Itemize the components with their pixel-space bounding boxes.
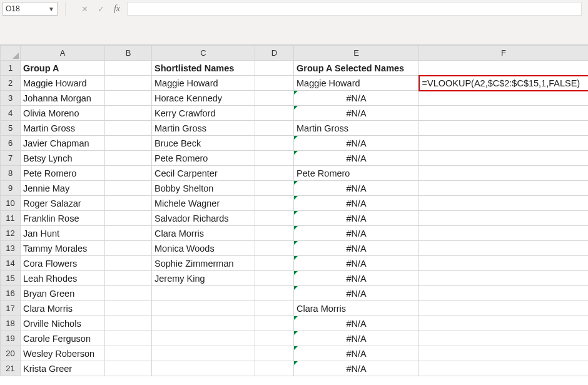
row-header[interactable]: 16 xyxy=(1,286,21,301)
cell-F2[interactable]: =VLOOKUP(A2,$C$2:$C$15,1,FALSE) xyxy=(419,76,589,91)
cell-D19[interactable] xyxy=(255,331,294,346)
cell-C17[interactable] xyxy=(152,301,255,316)
cell-D9[interactable] xyxy=(255,181,294,196)
cell-E5[interactable]: Martin Gross xyxy=(294,121,419,136)
row-header[interactable]: 4 xyxy=(1,106,21,121)
cell-B8[interactable] xyxy=(105,166,152,181)
cell-F8[interactable] xyxy=(419,166,589,181)
cell-C9[interactable]: Bobby Shelton xyxy=(152,181,255,196)
cell-B19[interactable] xyxy=(105,331,152,346)
cell-C13[interactable]: Monica Woods xyxy=(152,241,255,256)
row-header[interactable]: 18 xyxy=(1,316,21,331)
row-header[interactable]: 6 xyxy=(1,136,21,151)
cell-E21[interactable]: #N/A xyxy=(294,361,419,376)
cell-D8[interactable] xyxy=(255,166,294,181)
row-header[interactable]: 12 xyxy=(1,226,21,241)
cell-F15[interactable] xyxy=(419,271,589,286)
cell-F6[interactable] xyxy=(419,136,589,151)
row-header[interactable]: 5 xyxy=(1,121,21,136)
row-header[interactable]: 17 xyxy=(1,301,21,316)
cell-E8[interactable]: Pete Romero xyxy=(294,166,419,181)
cell-E14[interactable]: #N/A xyxy=(294,256,419,271)
cell-D4[interactable] xyxy=(255,106,294,121)
cell-C6[interactable]: Bruce Beck xyxy=(152,136,255,151)
row-header[interactable]: 13 xyxy=(1,241,21,256)
row-header[interactable]: 21 xyxy=(1,361,21,376)
cell-C20[interactable] xyxy=(152,346,255,361)
cell-D3[interactable] xyxy=(255,91,294,106)
row-header[interactable]: 3 xyxy=(1,91,21,106)
cell-F1[interactable] xyxy=(419,61,589,76)
cell-A10[interactable]: Roger Salazar xyxy=(21,196,105,211)
col-header-A[interactable]: A xyxy=(21,46,105,61)
cell-F10[interactable] xyxy=(419,196,589,211)
cell-B2[interactable] xyxy=(105,76,152,91)
cell-B20[interactable] xyxy=(105,346,152,361)
cell-F18[interactable] xyxy=(419,316,589,331)
row-header[interactable]: 19 xyxy=(1,331,21,346)
cell-C3[interactable]: Horace Kennedy xyxy=(152,91,255,106)
cell-E16[interactable]: #N/A xyxy=(294,286,419,301)
cell-E2[interactable]: Maggie Howard xyxy=(294,76,419,91)
cell-D18[interactable] xyxy=(255,316,294,331)
col-header-B[interactable]: B xyxy=(105,46,152,61)
cell-E3[interactable]: #N/A xyxy=(294,91,419,106)
row-header[interactable]: 14 xyxy=(1,256,21,271)
cell-E4[interactable]: #N/A xyxy=(294,106,419,121)
row-header[interactable]: 20 xyxy=(1,346,21,361)
cell-B14[interactable] xyxy=(105,256,152,271)
cell-D13[interactable] xyxy=(255,241,294,256)
cell-D5[interactable] xyxy=(255,121,294,136)
row-header[interactable]: 11 xyxy=(1,211,21,226)
cell-D7[interactable] xyxy=(255,151,294,166)
cell-B6[interactable] xyxy=(105,136,152,151)
cell-D2[interactable] xyxy=(255,76,294,91)
cell-D20[interactable] xyxy=(255,346,294,361)
cell-D15[interactable] xyxy=(255,271,294,286)
cell-B16[interactable] xyxy=(105,286,152,301)
cell-B10[interactable] xyxy=(105,196,152,211)
name-box[interactable]: O18 ▼ xyxy=(3,2,58,16)
cell-E1[interactable]: Group A Selected Names xyxy=(294,61,419,76)
cell-A9[interactable]: Jennie May xyxy=(21,181,105,196)
cell-D12[interactable] xyxy=(255,226,294,241)
cell-E19[interactable]: #N/A xyxy=(294,331,419,346)
cell-D6[interactable] xyxy=(255,136,294,151)
cell-A8[interactable]: Pete Romero xyxy=(21,166,105,181)
cell-E13[interactable]: #N/A xyxy=(294,241,419,256)
cell-F12[interactable] xyxy=(419,226,589,241)
cell-B18[interactable] xyxy=(105,316,152,331)
cell-C10[interactable]: Michele Wagner xyxy=(152,196,255,211)
col-header-F[interactable]: F xyxy=(419,46,589,61)
cell-C12[interactable]: Clara Morris xyxy=(152,226,255,241)
cell-D17[interactable] xyxy=(255,301,294,316)
cell-F5[interactable] xyxy=(419,121,589,136)
cell-A5[interactable]: Martin Gross xyxy=(21,121,105,136)
cell-B1[interactable] xyxy=(105,61,152,76)
cell-A13[interactable]: Tammy Morales xyxy=(21,241,105,256)
cell-B11[interactable] xyxy=(105,211,152,226)
cancel-icon[interactable]: ✕ xyxy=(79,4,89,14)
col-header-C[interactable]: C xyxy=(152,46,255,61)
cell-B21[interactable] xyxy=(105,361,152,376)
row-header[interactable]: 10 xyxy=(1,196,21,211)
cell-D14[interactable] xyxy=(255,256,294,271)
cell-E15[interactable]: #N/A xyxy=(294,271,419,286)
cell-E18[interactable]: #N/A xyxy=(294,316,419,331)
cell-A14[interactable]: Cora Flowers xyxy=(21,256,105,271)
cell-B3[interactable] xyxy=(105,91,152,106)
cell-C14[interactable]: Sophie Zimmerman xyxy=(152,256,255,271)
cell-D16[interactable] xyxy=(255,286,294,301)
cell-A21[interactable]: Krista Greer xyxy=(21,361,105,376)
cell-C15[interactable]: Jeremy King xyxy=(152,271,255,286)
cell-C11[interactable]: Salvador Richards xyxy=(152,211,255,226)
cell-F9[interactable] xyxy=(419,181,589,196)
cell-C2[interactable]: Maggie Howard xyxy=(152,76,255,91)
fx-icon[interactable]: fx xyxy=(112,4,122,14)
cell-F14[interactable] xyxy=(419,256,589,271)
cell-C8[interactable]: Cecil Carpenter xyxy=(152,166,255,181)
spreadsheet-grid[interactable]: A B C D E F 1Group AShortlisted NamesGro… xyxy=(0,45,588,385)
cell-D10[interactable] xyxy=(255,196,294,211)
cell-C19[interactable] xyxy=(152,331,255,346)
cell-B15[interactable] xyxy=(105,271,152,286)
